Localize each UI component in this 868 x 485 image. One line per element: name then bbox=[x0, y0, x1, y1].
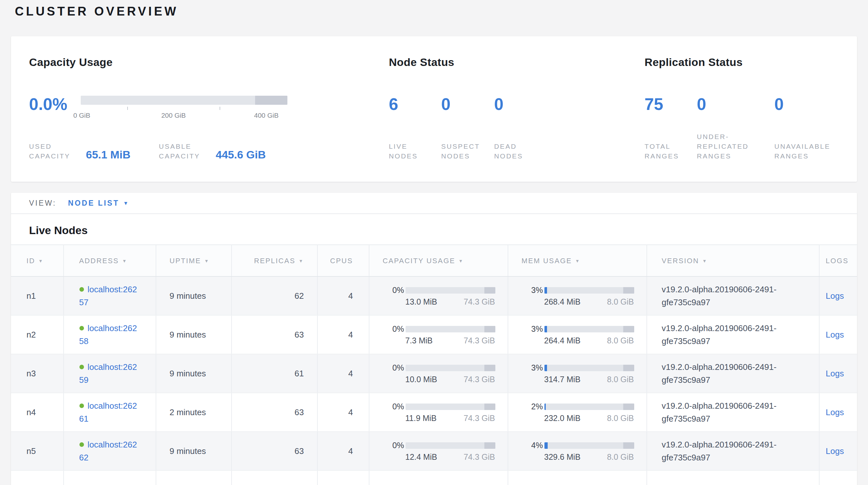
logs-link[interactable]: Logs bbox=[826, 446, 844, 456]
mem-usage-bar bbox=[544, 364, 634, 371]
bar-reserved-segment bbox=[485, 364, 495, 371]
node-uptime: 2 minutes bbox=[156, 393, 231, 432]
bar-reserved-segment bbox=[485, 287, 495, 293]
node-id: n4 bbox=[11, 393, 63, 432]
sort-desc-icon: ▼ bbox=[205, 258, 210, 263]
column-header-logs: LOGS bbox=[819, 245, 857, 277]
capacity-usage-bar: 0 GiB 200 GiB 400 GiB bbox=[81, 96, 287, 115]
capacity-usage-bar bbox=[405, 442, 495, 449]
node-version-cell: v19.2.0-alpha.20190606-2491-gfe735c9a97 bbox=[647, 393, 819, 432]
capacity-used: 13.0 MiB bbox=[405, 297, 437, 306]
page-title: CLUSTER OVERVIEW bbox=[15, 4, 868, 19]
logs-link[interactable]: Logs bbox=[826, 369, 844, 378]
sort-desc-icon: ▼ bbox=[38, 258, 43, 263]
bar-reserved-segment bbox=[623, 442, 634, 449]
capacity-percent: 0% bbox=[392, 324, 405, 333]
capacity-usage-bar bbox=[405, 403, 495, 410]
bar-reserved-segment bbox=[485, 325, 495, 332]
capacity-bar-track bbox=[81, 96, 287, 105]
node-mem-cell: 3% 264.4 MiB 8.0 GiB bbox=[507, 315, 647, 354]
cluster-overview-page: CLUSTER OVERVIEW Capacity Usage 0.0% 0 G… bbox=[0, 4, 868, 485]
sort-desc-icon: ▼ bbox=[299, 258, 304, 263]
column-header-cpus: CPUS bbox=[317, 245, 369, 277]
node-version: v19.2.0-alpha.20190606-2491-gfe735c9a97 bbox=[662, 283, 806, 309]
suspect-nodes-count: 0 bbox=[441, 93, 494, 115]
logs-link[interactable]: Logs bbox=[826, 407, 844, 417]
mem-usage-bar bbox=[544, 325, 634, 332]
node-uptime: 9 minutes bbox=[156, 432, 231, 470]
node-capacity-cell: 0% 11.9 MiB 74.3 GiB bbox=[369, 393, 507, 432]
column-header-version[interactable]: VERSION▼ bbox=[647, 245, 819, 277]
node-cpus: 4 bbox=[317, 432, 369, 470]
mem-percent: 3% bbox=[531, 324, 544, 333]
column-header-uptime[interactable]: UPTIME▼ bbox=[156, 245, 231, 277]
node-address-link[interactable]: localhost:26262 bbox=[79, 438, 141, 464]
mem-used: 264.4 MiB bbox=[544, 336, 581, 345]
replication-status-title: Replication Status bbox=[645, 56, 839, 70]
capacity-total: 74.3 GiB bbox=[464, 297, 495, 306]
node-address-link[interactable]: localhost:26261 bbox=[79, 399, 141, 425]
mem-used: 314.7 MiB bbox=[544, 375, 581, 384]
node-address-link[interactable]: localhost:26259 bbox=[79, 361, 141, 387]
mem-total: 8.0 GiB bbox=[607, 452, 634, 461]
cluster-summary-card: Capacity Usage 0.0% 0 GiB 200 GiB 400 Gi… bbox=[11, 36, 857, 182]
sort-desc-icon: ▼ bbox=[702, 258, 708, 263]
node-replicas: 63 bbox=[231, 315, 317, 354]
node-cpus: 4 bbox=[317, 277, 369, 315]
node-mem-cell: 2% 232.0 MiB 8.0 GiB bbox=[507, 393, 647, 432]
node-uptime: 9 minutes bbox=[156, 354, 231, 393]
capacity-used: 10.0 MiB bbox=[405, 375, 437, 384]
mem-total: 8.0 GiB bbox=[607, 413, 634, 423]
live-status-dot bbox=[79, 403, 84, 408]
axis-tick bbox=[220, 107, 221, 110]
view-selector-dropdown[interactable]: NODE LIST▼ bbox=[68, 199, 130, 207]
column-header-replicas[interactable]: REPLICAS▼ bbox=[231, 245, 317, 277]
node-cpus: 4 bbox=[317, 354, 369, 393]
column-header-capacity-usage[interactable]: CAPACITY USAGE▼ bbox=[369, 245, 507, 277]
suspect-nodes-stat: 0 SUSPECT NODES bbox=[441, 93, 494, 161]
node-version-cell: v19.2.0-alpha.20190606-2491-gfe735c9a97 bbox=[647, 315, 819, 354]
node-replicas: 62 bbox=[231, 277, 317, 315]
capacity-total: 74.3 GiB bbox=[464, 336, 495, 345]
node-status-section: Node Status 6 LIVE NODES 0 SUSPECT NODES… bbox=[389, 56, 645, 161]
node-cpus: 4 bbox=[317, 393, 369, 432]
column-header-id[interactable]: ID▼ bbox=[11, 245, 63, 277]
node-address-link[interactable]: localhost:26258 bbox=[79, 322, 141, 348]
capacity-used: 11.9 MiB bbox=[405, 413, 437, 423]
node-capacity-cell: 0% 7.3 MiB 74.3 GiB bbox=[369, 315, 507, 354]
live-status-dot bbox=[79, 442, 84, 447]
capacity-used: 7.3 MiB bbox=[405, 336, 433, 345]
caret-down-icon: ▼ bbox=[123, 200, 129, 206]
capacity-total: 74.3 GiB bbox=[464, 452, 495, 461]
dead-nodes-label: DEAD NODES bbox=[494, 142, 540, 161]
node-mem-cell: 3% 268.4 MiB 8.0 GiB bbox=[507, 277, 647, 315]
capacity-percent: 0% bbox=[392, 441, 405, 450]
node-version: v19.2.0-alpha.20190606-2491-gfe735c9a97 bbox=[662, 438, 806, 464]
live-status-dot bbox=[79, 325, 84, 330]
node-version: v19.2.0-alpha.20190606-2491-gfe735c9a97 bbox=[662, 322, 806, 348]
capacity-percent: 0% bbox=[392, 286, 405, 294]
bar-reserved-segment bbox=[623, 325, 634, 332]
sort-desc-icon: ▼ bbox=[122, 258, 127, 263]
column-header-address[interactable]: ADDRESS▼ bbox=[63, 245, 156, 277]
axis-label-0: 0 GiB bbox=[73, 111, 90, 119]
node-address-link[interactable]: localhost:26257 bbox=[79, 283, 141, 309]
capacity-bar-reserved-segment bbox=[255, 96, 287, 105]
capacity-usage-bar bbox=[405, 287, 495, 293]
live-status-dot bbox=[79, 364, 84, 369]
logs-link[interactable]: Logs bbox=[826, 291, 844, 301]
table-row-partial bbox=[11, 470, 857, 485]
dead-nodes-stat: 0 DEAD NODES bbox=[494, 93, 645, 161]
column-header-mem-usage[interactable]: MEM USAGE▼ bbox=[507, 245, 647, 277]
live-nodes-count: 6 bbox=[389, 93, 441, 115]
logs-link[interactable]: Logs bbox=[826, 330, 844, 340]
node-version-cell: v19.2.0-alpha.20190606-2491-gfe735c9a97 bbox=[647, 277, 819, 315]
mem-usage-bar bbox=[544, 403, 634, 410]
unavailable-ranges-count: 0 bbox=[774, 93, 839, 115]
node-status-title: Node Status bbox=[389, 56, 645, 70]
sort-desc-icon: ▼ bbox=[459, 258, 464, 263]
node-mem-cell: 4% 329.6 MiB 8.0 GiB bbox=[507, 432, 647, 470]
node-capacity-cell: 0% 12.4 MiB 74.3 GiB bbox=[369, 432, 507, 470]
axis-label-400: 400 GiB bbox=[254, 111, 279, 119]
node-replicas: 63 bbox=[231, 393, 317, 432]
